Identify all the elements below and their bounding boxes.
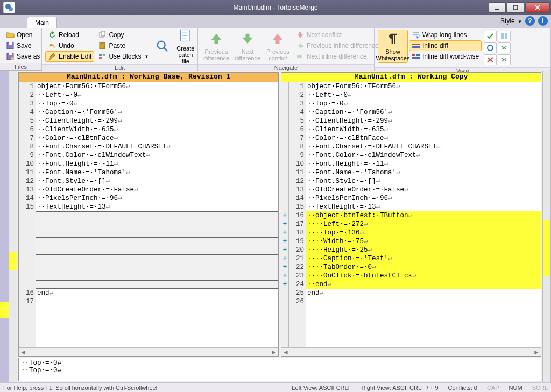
svg-rect-22 — [412, 57, 420, 59]
inline-next-icon — [296, 52, 305, 61]
reload-button[interactable]: Reload — [45, 30, 94, 40]
base-hscroll[interactable]: ◄► — [19, 347, 278, 356]
prev-inline-button[interactable]: Previous inline difference — [293, 40, 382, 51]
ribbon-tabstrip: Main Style ▼ ? i — [0, 15, 551, 28]
save-button[interactable]: Save — [3, 40, 43, 51]
status-num: NUM — [509, 384, 522, 391]
style-dropdown[interactable]: Style ▼ — [500, 17, 522, 25]
bottom-merge-pane[interactable]: ··Top·=·0↵ ··Top·=·0↵ — [18, 358, 541, 381]
base-code[interactable]: object·Form56:·TForm56↵··Left·=·0↵··Top·… — [36, 82, 278, 347]
svg-rect-15 — [99, 57, 102, 59]
svg-rect-12 — [101, 42, 103, 44]
svg-rect-23 — [501, 33, 504, 39]
paste-icon — [98, 41, 107, 50]
view-toggle-5[interactable] — [484, 54, 497, 65]
save-as-icon — [6, 52, 15, 61]
group-label-navigate: Navigate — [198, 64, 374, 71]
find-button[interactable] — [152, 30, 173, 63]
svg-rect-7 — [9, 53, 12, 55]
svg-point-25 — [488, 45, 493, 51]
info-icon[interactable]: i — [538, 16, 548, 26]
pilcrow-icon — [385, 31, 400, 46]
pencil-icon — [48, 52, 56, 61]
blocks-icon — [98, 52, 107, 61]
copy-button[interactable]: Copy — [95, 30, 151, 40]
status-left-view: Left View: ASCII CRLF — [292, 384, 351, 391]
patch-icon — [178, 28, 193, 43]
arrow-down-red-icon — [296, 31, 305, 39]
help-icon[interactable]: ? — [525, 16, 535, 26]
ribbon: Open Save Save as Files Reload Undo Enab… — [0, 28, 551, 71]
reload-icon — [48, 31, 56, 39]
title-bar: MainUnit.dfm - TortoiseMerge — [0, 0, 551, 15]
save-as-button[interactable]: Save as — [3, 51, 43, 62]
show-whitespaces-button[interactable]: Show Whitespaces — [378, 30, 408, 63]
prev-conflict-button[interactable]: Previous conflict — [264, 30, 292, 63]
svg-rect-5 — [9, 42, 12, 45]
group-label-files: Files — [0, 63, 41, 70]
status-scrl: SCRL — [532, 384, 548, 391]
working-hscroll[interactable]: ◄► — [281, 347, 541, 356]
view-toggle-2[interactable] — [498, 31, 511, 41]
enable-edit-button[interactable]: Enable Edit — [45, 51, 94, 62]
base-pane: MainUnit.dfm : Working Base, Revision 1 … — [18, 72, 279, 357]
next-inline-button[interactable]: Next inline difference — [293, 51, 382, 62]
next-conflict-button[interactable]: Next conflict — [293, 30, 382, 40]
tab-main[interactable]: Main — [27, 17, 57, 28]
working-pane: MainUnit.dfm : Working Copy +++++++++ 12… — [281, 72, 541, 357]
arrow-down-icon — [240, 31, 255, 46]
inline-prev-icon — [296, 41, 305, 50]
inline-diff-icon — [412, 41, 420, 50]
status-bar: For Help, press F1. Scroll horizontally … — [0, 382, 551, 392]
wrap-icon — [412, 31, 420, 39]
svg-rect-10 — [101, 31, 105, 36]
prev-diff-button[interactable]: Previous difference — [201, 30, 231, 63]
left-minimap[interactable] — [9, 71, 17, 382]
svg-rect-21 — [416, 54, 420, 56]
view-toggle-1[interactable] — [484, 31, 497, 41]
inline-word-icon — [412, 52, 420, 61]
view-toggle-grid — [483, 30, 512, 66]
svg-rect-24 — [505, 33, 507, 39]
arrow-up-red-icon — [270, 31, 285, 46]
view-toggle-4[interactable] — [498, 42, 511, 53]
wrap-lines-button[interactable]: Wrap long lines — [409, 30, 482, 40]
window-title: MainUnit.dfm - TortoiseMerge — [0, 4, 551, 11]
right-minimap[interactable] — [542, 71, 551, 382]
working-pane-title: MainUnit.dfm : Working Copy — [281, 73, 541, 82]
arrow-up-icon — [209, 31, 224, 46]
undo-button[interactable]: Undo — [45, 40, 94, 51]
inline-diff-button[interactable]: Inline diff — [409, 40, 482, 51]
status-help: For Help, press F1. Scroll horizontally … — [3, 384, 157, 391]
open-button[interactable]: Open — [3, 30, 43, 40]
view-toggle-3[interactable] — [484, 42, 497, 53]
base-pane-title: MainUnit.dfm : Working Base, Revision 1 — [19, 73, 278, 82]
svg-rect-20 — [412, 54, 415, 56]
svg-rect-18 — [412, 44, 420, 45]
create-patch-button[interactable]: Create patch file — [174, 30, 197, 63]
diff-area: MainUnit.dfm : Working Base, Revision 1 … — [0, 71, 551, 382]
working-marker-gutter: +++++++++ — [281, 82, 289, 347]
folder-open-icon — [6, 31, 15, 39]
status-cap: CAP — [487, 384, 499, 391]
base-gutter: 1234567891011121314151617 — [19, 82, 36, 347]
view-toggle-6[interactable] — [498, 54, 511, 65]
next-diff-button[interactable]: Next difference — [232, 30, 263, 63]
copy-icon — [98, 31, 107, 39]
svg-rect-14 — [103, 54, 105, 56]
status-conflicts: Conflicts: 0 — [448, 384, 477, 391]
working-gutter: 1234567891011121314151617181920212223242… — [289, 82, 306, 347]
status-right-view: Right View: ASCII CRLF / + 9 — [361, 384, 438, 391]
save-icon — [6, 41, 15, 50]
svg-point-8 — [11, 57, 14, 60]
svg-rect-13 — [99, 54, 102, 56]
left-overview-strip[interactable] — [0, 71, 9, 382]
group-label-edit: Edit — [42, 64, 197, 71]
inline-word-button[interactable]: Inline diff word-wise — [409, 51, 482, 62]
search-icon — [155, 39, 170, 54]
undo-icon — [48, 41, 56, 50]
working-code[interactable]: object·Form56:·TForm56↵··Left·=·0↵··Top·… — [306, 82, 541, 347]
use-blocks-button[interactable]: Use Blocks▼ — [95, 51, 151, 62]
paste-button[interactable]: Paste — [95, 40, 151, 51]
svg-rect-19 — [412, 46, 420, 48]
